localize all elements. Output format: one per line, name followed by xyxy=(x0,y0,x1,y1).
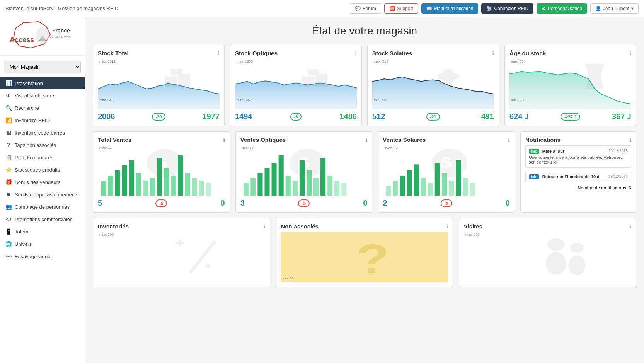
chevron-down-icon: ▾ xyxy=(631,6,634,11)
sidebar-item-inventaire-rfid[interactable]: 📶 Inventaire RFID xyxy=(0,114,85,126)
connexion-button[interactable]: 📡 Connexion RFID xyxy=(481,3,533,14)
svg-point-69 xyxy=(546,252,566,275)
info-icon-visites[interactable]: ℹ xyxy=(629,223,631,230)
card-visites: Visites ℹ max: 100 xyxy=(459,218,636,287)
sidebar-item-univers[interactable]: 🌐 Univers xyxy=(0,238,85,250)
svg-rect-29 xyxy=(192,178,197,196)
personalisation-button[interactable]: ⚙ Personnalisation xyxy=(537,3,587,14)
card-inventories: Inventoriés ℹ max: 100 ✦ ✦ xyxy=(93,218,270,287)
svg-rect-61 xyxy=(456,160,461,196)
layout: Access France Sécurité & RFID Mon Magasi… xyxy=(0,17,644,363)
card-ventes-solaires-footer: 2 -2 0 xyxy=(383,199,510,208)
chart-max-vs: max: 15 xyxy=(384,146,397,150)
card-stock-total: Stock Total ℹ max: 2011 min: 1938 xyxy=(93,45,225,126)
forum-button[interactable]: 💬 Forum xyxy=(350,3,381,14)
chart-stock-total: max: 2011 min: 1938 xyxy=(98,59,220,109)
sidebar-item-bonus[interactable]: 🎁 Bonus des vendeurs xyxy=(0,176,85,188)
chart-non-associes: min: 35 ? xyxy=(281,232,448,282)
question-icon: ? xyxy=(5,142,12,148)
svg-rect-48 xyxy=(341,183,346,196)
store-select[interactable]: Mon Magasin xyxy=(4,61,81,73)
user-button[interactable]: 👤 Jean Dupont ▾ xyxy=(590,3,639,14)
logo-svg: Access France Sécurité & RFID xyxy=(8,21,77,52)
val-left-stock-total: 2006 xyxy=(98,112,115,121)
info-icon-ventes-optiques[interactable]: ℹ xyxy=(365,137,367,143)
info-icon-stock-solaires[interactable]: ℹ xyxy=(492,50,494,56)
notification-item-1: Info Mise à jour 19/12/2018 Une nouvelle… xyxy=(525,145,631,168)
sidebar-item-stats[interactable]: ⭐ Statistiques produits xyxy=(0,164,85,176)
svg-rect-42 xyxy=(299,160,304,196)
svg-rect-34 xyxy=(244,183,249,196)
globe-icon: 🌐 xyxy=(5,241,12,247)
notifications-title: Notifications xyxy=(525,136,561,143)
card-visites-title: Visites xyxy=(464,223,482,230)
sidebar-item-recherche[interactable]: 🔍 Recherche xyxy=(0,102,85,114)
sidebar-item-tags[interactable]: ? Tags non associés xyxy=(0,139,85,151)
badge-total-ventes: -5 xyxy=(155,199,167,207)
info-icon-ventes-solaires[interactable]: ℹ xyxy=(508,137,510,143)
svg-rect-57 xyxy=(428,183,433,196)
info-icon-total-ventes[interactable]: ℹ xyxy=(223,137,225,143)
svg-rect-28 xyxy=(185,173,190,196)
svg-rect-30 xyxy=(199,181,204,196)
chart-stock-solaires: max: 513 min: 475 xyxy=(372,59,494,109)
main-title: État de votre magasin xyxy=(93,25,636,37)
svg-rect-58 xyxy=(435,163,440,196)
chart-max-as: max: 634 xyxy=(511,60,525,63)
sidebar-item-stock[interactable]: 👁 Visualiser le stock xyxy=(0,89,85,102)
sidebar-item-pret[interactable]: 📋 Prêt de montures xyxy=(0,151,85,164)
svg-text:✦: ✦ xyxy=(173,236,187,250)
card-stock-total-title: Stock Total xyxy=(98,50,129,56)
chart-max-st: max: 2011 xyxy=(99,60,116,63)
notification-item-2: Info Retour sur l'incident du 10 d 19/12… xyxy=(525,171,631,182)
forum-icon: 💬 xyxy=(355,6,361,11)
chart-ventes-optiques: max: 36 $ xyxy=(240,145,368,196)
svg-rect-16 xyxy=(101,181,106,196)
card-stock-optiques-footer: 1494 -8 1486 xyxy=(235,112,357,121)
info-icon-stock-total[interactable]: ℹ xyxy=(218,50,220,56)
info-icon-stock-optiques[interactable]: ℹ xyxy=(355,50,357,56)
notif-link-1[interactable]: ici xyxy=(553,160,557,164)
eye-icon: 👁 xyxy=(5,92,12,99)
svg-marker-13 xyxy=(586,64,604,89)
svg-rect-45 xyxy=(320,158,325,196)
badge-stock-solaires: -21 xyxy=(426,113,440,121)
support-button[interactable]: 🆘 Support xyxy=(384,3,418,14)
notif-date-2: 19/12/2018 xyxy=(608,174,628,179)
svg-rect-22 xyxy=(143,181,148,196)
user-icon: 👤 xyxy=(595,6,601,11)
chart-inventories: max: 100 ✦ ✦ xyxy=(98,232,265,282)
sidebar-item-essayage[interactable]: 👓 Essayage virtuel xyxy=(0,250,85,262)
info-icon-inventories[interactable]: ℹ xyxy=(263,223,265,230)
sidebar-item-promo[interactable]: 🏷 Promotions commerciales xyxy=(0,213,85,225)
svg-rect-52 xyxy=(393,181,398,196)
glasses-icon: 👓 xyxy=(5,253,12,259)
info-icon-notifications[interactable]: ℹ xyxy=(629,137,631,143)
chart-max-vis: max: 100 xyxy=(465,233,480,237)
val-right-age-stock: 367 J xyxy=(612,112,631,121)
chart-min-as: min: 367 xyxy=(511,98,525,102)
svg-rect-26 xyxy=(171,176,176,196)
manuel-button[interactable]: 📖 Manuel d'utilisation xyxy=(421,3,479,14)
card-stock-total-footer: 2006 -29 1977 xyxy=(98,112,220,121)
top-bar: Bienvenue sur IdServ - Gestion de magasi… xyxy=(0,0,644,17)
notif-badge-2: Info xyxy=(529,174,539,179)
sidebar-logo: Access France Sécurité & RFID xyxy=(0,17,85,56)
card-ventes-solaires: Ventes Solaires ℹ max: 15 $ xyxy=(378,131,515,213)
val-left-ventes-solaires: 2 xyxy=(383,199,387,208)
sidebar-item-totem[interactable]: 📱 Totem xyxy=(0,225,85,238)
notif-text-1: Une nouvelle mise à jour a été publiée. … xyxy=(529,155,628,164)
svg-rect-43 xyxy=(307,170,312,196)
info-icon-age-stock[interactable]: ℹ xyxy=(629,50,631,56)
info-icon-non-associes[interactable]: ℹ xyxy=(446,223,448,230)
svg-text:Access: Access xyxy=(10,36,34,44)
notif-title-2: Retour sur l'incident du 10 d xyxy=(542,174,600,179)
people-icon: 👥 xyxy=(5,204,12,210)
sidebar-item-inventaire-cb[interactable]: ▦ Inventaire code-barres xyxy=(0,126,85,139)
sidebar-item-seuils[interactable]: ≡ Seuils d'approvisionnements xyxy=(0,188,85,201)
svg-rect-37 xyxy=(264,168,269,196)
sidebar-item-presentation[interactable]: 📊 Présentation xyxy=(0,77,85,89)
card-notifications: Notifications ℹ Info Mise à jour 19/12/2… xyxy=(520,131,636,213)
sidebar-item-comptage[interactable]: 👥 Comptage de personnes xyxy=(0,201,85,213)
svg-rect-27 xyxy=(178,155,183,196)
